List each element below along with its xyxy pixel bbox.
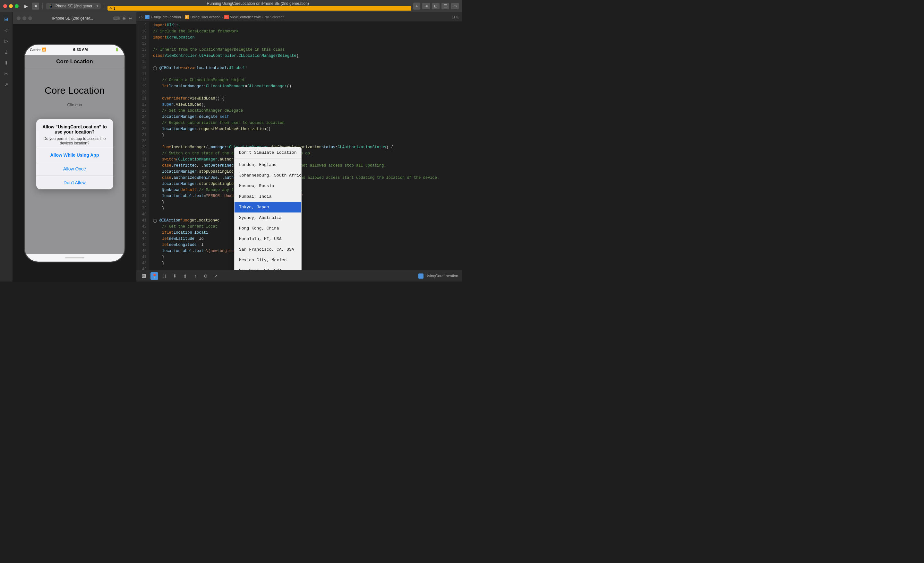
dropdown-item-tokyo[interactable]: Tokyo, Japan (234, 202, 301, 213)
alert-title: Allow "UsingCoreLocation" to use your lo… (41, 124, 108, 135)
dropdown-item-london[interactable]: London, England (234, 159, 301, 170)
breadcrumb-sep1: › (182, 15, 183, 19)
dropdown-item-moscow[interactable]: Moscow, Russia (234, 181, 301, 191)
toolbar-right: + ⇥ ⊡ ☰ ▭ (413, 3, 459, 10)
code-line-43: if let location = locati (153, 230, 462, 236)
code-line-11: import CoreLocation (153, 35, 462, 41)
bottom-icon-location-active[interactable]: 📍 (150, 272, 158, 280)
dropdown-item-new-york[interactable]: New York, NY, USA (234, 266, 301, 270)
stop-button[interactable]: ■ (32, 3, 39, 10)
add-editor-button[interactable]: ⊞ (456, 15, 459, 19)
split-editor-button[interactable]: ⊟ (452, 15, 455, 19)
sim-close[interactable] (16, 17, 21, 20)
minimize-button[interactable] (9, 4, 13, 8)
run-button[interactable]: ▶ (22, 2, 30, 10)
alert-dialog: Allow "UsingCoreLocation" to use your lo… (36, 119, 113, 189)
code-line-47: } (153, 254, 462, 260)
iphone-status-bar: Carrier 📶 6:33 AM 🔋 (25, 45, 124, 55)
code-line-14: class ViewController: UIViewController, … (153, 53, 462, 59)
dropdown-item-dont-simulate[interactable]: Don't Simulate Location (234, 147, 301, 158)
add-tab-button[interactable]: + (413, 3, 420, 10)
navigator-issue-icon[interactable]: ⬆ (2, 59, 11, 68)
dropdown-item-hongkong[interactable]: Hong Kong, China (234, 223, 301, 234)
app-name: UsingCoreLocation (425, 274, 458, 278)
editor-layout-btn4[interactable]: ▭ (451, 3, 459, 9)
editor-layout-btn3[interactable]: ☰ (441, 3, 449, 9)
allow-while-using-button[interactable]: Allow While Using App (36, 148, 113, 162)
sim-home-icon[interactable]: ⊕ (122, 16, 126, 21)
breadcrumb-forward-button[interactable]: › (141, 15, 143, 20)
navigator-project-icon[interactable]: ⊞ (2, 15, 11, 24)
sim-keyboard-icon[interactable]: ⌨ (113, 16, 120, 21)
breadcrumb-project[interactable]: UsingCoreLocation (151, 15, 181, 19)
sim-rotate-icon[interactable]: ↩ (129, 16, 132, 21)
breadcrumb-folder[interactable]: UsingCoreLocation (190, 15, 221, 19)
maximize-button[interactable] (15, 4, 19, 8)
code-line-28 (153, 138, 462, 144)
code-line-10: // include the CoreLocation framework (153, 29, 462, 35)
code-line-13: // Inherit from the LocationManagerDeleg… (153, 47, 462, 53)
breadcrumb-back-button[interactable]: ‹ (139, 15, 141, 20)
dropdown-item-mexico[interactable]: Mexico City, Mexico (234, 255, 301, 266)
device-name: iPhone SE (2nd gener... (54, 4, 95, 8)
code-line-33: locationManager.stopUpdatingLocation() (153, 169, 462, 175)
code-line-36: @unknown default: // Manage any future s… (153, 187, 462, 193)
code-line-42: // Get the current locat (153, 224, 462, 230)
editor-layout-btn1[interactable]: ⇥ (422, 3, 430, 9)
breadcrumb-no-selection: No Selection (264, 15, 284, 19)
battery-icon: 🔋 (115, 48, 119, 52)
bottom-icon-step-out[interactable]: ↑ (192, 272, 199, 280)
xcode-titlebar: ▶ ■ 📱 iPhone SE (2nd gener... ▾ Running … (0, 0, 462, 12)
code-area[interactable]: import UIKit // include the CoreLocation… (149, 22, 462, 270)
navigator-debug-icon[interactable]: ↗ (2, 80, 11, 89)
dropdown-item-sydney[interactable]: Sydney, Australia (234, 213, 301, 223)
separator (42, 3, 43, 9)
allow-once-button[interactable]: Allow Once (36, 162, 113, 176)
device-selector[interactable]: 📱 iPhone SE (2nd gener... ▾ (46, 3, 101, 9)
alert-actions: Allow While Using App Allow Once Don't A… (36, 148, 113, 189)
code-content: 9 10 11 12 13 14 15 16 17 18 19 20 21 22 (136, 22, 462, 270)
running-status: Running UsingCoreLocation on iPhone SE (… (108, 1, 411, 11)
code-line-41: @IBAction func getLocationAc (153, 218, 462, 224)
code-editor: 9 10 11 12 13 14 15 16 17 18 19 20 21 22 (136, 22, 462, 270)
editor-panel: ‹ › P UsingCoreLocation › F UsingCoreLoc… (136, 12, 462, 281)
breadcrumb-right: ⊟ ⊞ (452, 15, 459, 19)
navigator-find-icon[interactable]: ⤓ (2, 48, 11, 57)
dropdown-item-johannesburg[interactable]: Johannesburg, South Africa (234, 170, 301, 181)
code-line-19: let locationManager : CLLocationManager … (153, 83, 462, 90)
navigator-test-icon[interactable]: ✂ (2, 69, 11, 78)
breadcrumb-file[interactable]: ViewController.swift (230, 15, 261, 19)
project-icon: P (145, 15, 150, 19)
code-line-18: // Create a CLLocationManager object (153, 77, 462, 83)
code-line-38: } (153, 199, 462, 206)
editor-layout-btn2[interactable]: ⊡ (432, 3, 440, 9)
code-line-37: locationLabel.text = "ERROR: Unable to a… (153, 193, 462, 199)
code-line-34: case .authorizedWhenInUse, .authorizedAl… (153, 175, 462, 181)
swift-file-icon: S (224, 15, 229, 19)
bottom-icon-cpu[interactable]: ⚙ (202, 272, 210, 280)
iphone-home-indicator (25, 254, 124, 261)
code-line-15 (153, 59, 462, 65)
home-indicator-bar (65, 257, 84, 258)
sim-minimize[interactable] (22, 17, 26, 20)
dropdown-item-mumbai[interactable]: Mumbai, India (234, 191, 301, 202)
code-line-9: import UIKit (153, 23, 462, 29)
close-button[interactable] (3, 4, 7, 8)
code-line-49 (153, 266, 462, 270)
sim-title: iPhone SE (2nd gener... (34, 16, 111, 21)
dont-allow-button[interactable]: Don't Allow (36, 176, 113, 189)
bottom-toolbar: 🖼 📍 ⏸ ⬇ ⬆ ↑ ⚙ ↗ UsingCoreLocation (136, 270, 462, 281)
dropdown-item-san-francisco[interactable]: San Francisco, CA, USA (234, 244, 301, 255)
bottom-icon-share[interactable]: ↗ (212, 272, 220, 280)
bottom-icon-photo[interactable]: 🖼 (140, 272, 148, 280)
bottom-icon-step-over[interactable]: ⬇ (171, 272, 179, 280)
code-line-12 (153, 41, 462, 47)
bottom-icon-pause[interactable]: ⏸ (161, 272, 168, 280)
navigator-source-icon[interactable]: ◁ (2, 26, 11, 35)
location-permission-alert: Allow "UsingCoreLocation" to use your lo… (25, 55, 124, 254)
sim-maximize[interactable] (28, 17, 32, 20)
bottom-icon-step-into[interactable]: ⬆ (181, 272, 189, 280)
navigator-symbol-icon[interactable]: ▷ (2, 37, 11, 46)
dropdown-item-honolulu[interactable]: Honolulu, HI, USA (234, 234, 301, 244)
location-dropdown[interactable]: Don't Simulate Location London, England … (234, 147, 302, 270)
